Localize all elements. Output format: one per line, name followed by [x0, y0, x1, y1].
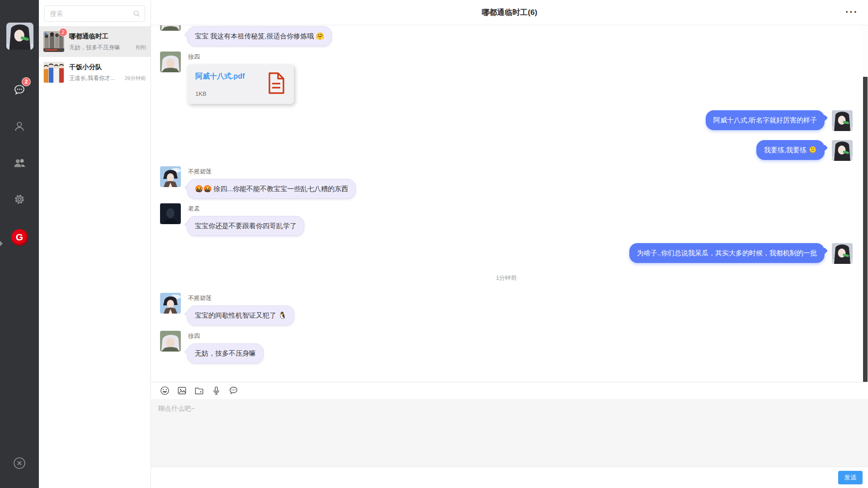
pdf-file-icon	[267, 72, 286, 94]
sidebar-item-close[interactable]	[0, 453, 39, 473]
search-icon[interactable]	[132, 9, 141, 19]
contacts-icon	[13, 120, 26, 133]
sidebar-item-chats[interactable]: 2	[0, 80, 39, 100]
gear-icon	[13, 193, 26, 206]
message-row: 老孟 宝宝你还是不要跟着你四哥乱学了	[160, 203, 853, 236]
chat-title: 干饭小分队	[69, 63, 146, 71]
message-row: 徐四 无妨，技多不压身嘛	[160, 331, 853, 363]
sender-avatar[interactable]	[160, 166, 181, 187]
message-bubble: 为啥子..你们总说我呆瓜，其实大多的时候，我都机制的一批	[629, 243, 825, 263]
image-button[interactable]	[176, 385, 187, 396]
message-row: 我要练,我要练 🫠	[160, 140, 853, 161]
conversation-title: 哪都通临时工(6)	[482, 7, 538, 18]
expand-arrow-icon[interactable]	[0, 241, 3, 246]
own-avatar[interactable]	[832, 110, 853, 131]
message-list: 宝宝 我这有本祖传秘笈,很适合你修炼哦 🤗 徐四 阿威十八式.pdf 1KB	[151, 25, 868, 382]
send-button[interactable]: 发送	[838, 471, 863, 484]
sender-name: 不摇碧莲	[188, 168, 356, 176]
sender-name: 徐四	[188, 53, 294, 61]
chat-list-panel: 2 哪都通临时工 无妨，技多不压身嘛 刚刚 干饭小分队 王道长,我看你才... …	[39, 0, 151, 488]
message-row: 不摇碧莲 🤬🤬 徐四...你能不能不教宝宝一些乱七八糟的东西	[160, 166, 853, 199]
message-input[interactable]	[151, 399, 868, 467]
sender-avatar[interactable]	[160, 203, 181, 224]
sidebar-item-groups[interactable]	[0, 153, 39, 173]
message-row: 为啥子..你们总说我呆瓜，其实大多的时候，我都机制的一批	[160, 243, 853, 264]
voice-button[interactable]	[211, 385, 222, 396]
chats-unread-badge: 2	[22, 77, 31, 86]
chat-app-window: 2 G	[0, 0, 868, 488]
chat-history-button[interactable]	[228, 385, 239, 396]
sender-avatar[interactable]	[160, 331, 181, 352]
time-divider: 1分钟前	[160, 274, 853, 282]
message-bubble: 我要练,我要练 🫠	[756, 140, 825, 160]
send-row: 发送	[151, 467, 868, 488]
conversation-header: 哪都通临时工(6) ···	[151, 0, 868, 25]
sender-name: 徐四	[188, 332, 264, 340]
message-bubble: 🤬🤬 徐四...你能不能不教宝宝一些乱七八糟的东西	[187, 179, 356, 199]
user-avatar-image	[6, 23, 33, 50]
sender-avatar[interactable]	[160, 25, 181, 31]
own-avatar[interactable]	[832, 243, 853, 264]
unread-badge: 2	[59, 28, 67, 37]
emoji-icon	[160, 385, 170, 396]
groups-icon	[13, 156, 26, 170]
message-bubble: 无妨，技多不压身嘛	[187, 343, 264, 363]
user-avatar[interactable]	[6, 23, 33, 50]
search-box	[44, 5, 145, 22]
file-name-link[interactable]: 阿威十八式.pdf	[195, 72, 245, 81]
message-input-area	[151, 399, 868, 467]
emoji-button[interactable]	[159, 385, 170, 396]
message-bubble: 阿威十八式,听名字就好厉害的样子	[706, 110, 825, 130]
app-sidebar: 2 G	[0, 0, 39, 488]
scrollbar-thumb[interactable]	[863, 77, 868, 382]
sender-avatar[interactable]	[160, 293, 181, 314]
chat-title: 哪都通临时工	[69, 32, 146, 41]
message-bubble: 宝宝你还是不要跟着你四哥乱学了	[187, 216, 304, 236]
message-bubble: 宝宝的间歇性机智证又犯了 🐧	[187, 305, 294, 325]
chat-preview: 无妨，技多不压身嘛	[69, 44, 134, 52]
sidebar-item-settings[interactable]	[0, 189, 39, 209]
composer: 发送	[151, 382, 868, 488]
scrollbar-track	[863, 25, 868, 382]
message-row: 宝宝 我这有本祖传秘笈,很适合你修炼哦 🤗	[160, 26, 853, 46]
own-avatar[interactable]	[832, 140, 853, 161]
sidebar-item-contacts[interactable]	[0, 117, 39, 136]
image-icon	[177, 385, 187, 396]
group-avatar: 2	[43, 31, 64, 52]
more-options-button[interactable]: ···	[845, 5, 858, 20]
group-avatar	[43, 62, 64, 83]
sender-name: 不摇碧莲	[188, 294, 294, 302]
g-logo: G	[11, 229, 28, 246]
message-row: 徐四 阿威十八式.pdf 1KB	[160, 52, 853, 104]
chat-time: 26分钟前	[125, 75, 146, 82]
conversation-pane: 哪都通临时工(6) ··· 宝宝 我这有本祖传秘笈,很适合你修炼哦 🤗 徐四	[151, 0, 868, 488]
sidebar-item-app-logo[interactable]: G	[0, 227, 39, 247]
file-folder-button[interactable]	[193, 385, 204, 396]
file-attachment-card[interactable]: 阿威十八式.pdf 1KB	[187, 64, 294, 104]
chat-list-item[interactable]: 2 哪都通临时工 无妨，技多不压身嘛 刚刚	[39, 26, 151, 57]
sender-avatar[interactable]	[160, 52, 181, 72]
file-size: 1KB	[195, 90, 245, 97]
sender-name: 老孟	[188, 205, 304, 213]
message-bubble: 宝宝 我这有本祖传秘笈,很适合你修炼哦 🤗	[187, 26, 332, 46]
message-row: 阿威十八式,听名字就好厉害的样子	[160, 110, 853, 131]
message-row: 不摇碧莲 宝宝的间歇性机智证又犯了 🐧	[160, 293, 853, 325]
folder-icon	[194, 385, 204, 396]
close-icon	[13, 456, 26, 470]
chat-time: 刚刚	[136, 44, 146, 51]
composer-toolbar	[151, 382, 868, 399]
chat-list-item[interactable]: 干饭小分队 王道长,我看你才... 26分钟前	[39, 57, 151, 88]
chat-history-icon	[228, 385, 239, 396]
mic-icon	[211, 385, 222, 396]
search-input[interactable]	[45, 6, 145, 21]
chat-preview: 王道长,我看你才...	[69, 75, 123, 82]
